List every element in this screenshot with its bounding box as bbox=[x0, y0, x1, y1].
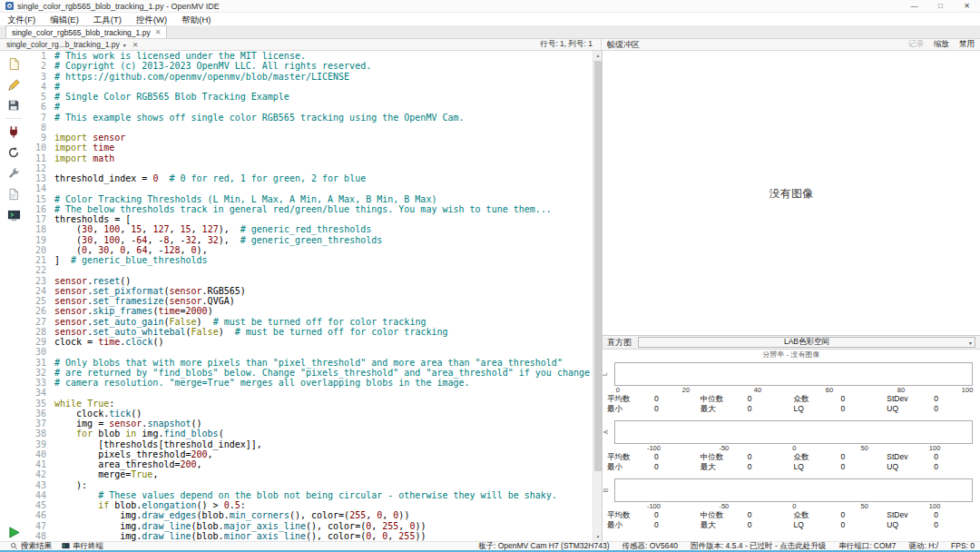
code-line: # Copyright (c) 2013-2023 OpenMV LLC. Al… bbox=[54, 61, 593, 71]
status-item: 板子: OpenMV Cam H7 (STM32H743) bbox=[478, 541, 610, 552]
document-tab[interactable]: single_color_rgb565_blob_tracking_1.py✕ bbox=[5, 25, 167, 38]
histogram-channel: B-100-50050100平均数0中位数0众数0StDev0最小0最大0LQ0… bbox=[603, 478, 980, 530]
line-number: 18 bbox=[27, 224, 46, 234]
line-number: 23 bbox=[27, 276, 46, 286]
search-results-label: 搜索结果 bbox=[21, 541, 52, 552]
menu-item[interactable]: 编辑(E) bbox=[43, 13, 86, 26]
colorspace-select[interactable]: LAB色彩空间 ▾ bbox=[638, 337, 975, 348]
line-number: 16 bbox=[27, 204, 46, 214]
code-line: import sensor bbox=[54, 133, 593, 143]
statusbar: 搜索结果 串行终端 板子: OpenMV Cam H7 (STM32H743)传… bbox=[0, 541, 980, 552]
line-number: 44 bbox=[27, 490, 46, 500]
tab-close-icon[interactable]: ✕ bbox=[155, 28, 162, 36]
menu-item[interactable]: 帮助(H) bbox=[174, 13, 218, 26]
axis-tick-label: 80 bbox=[897, 386, 905, 394]
stat-label: 中位数 bbox=[701, 510, 724, 519]
start-script-button[interactable] bbox=[7, 526, 21, 539]
code-line: area_threshold=200, bbox=[54, 459, 593, 469]
chevron-down-icon: ▾ bbox=[123, 42, 126, 48]
code-line: sensor.set_auto_whitebal(False) # must b… bbox=[54, 327, 593, 337]
framebuffer-header: 帧缓冲区 记录缩放禁用 bbox=[602, 39, 980, 50]
stat-value: 0 bbox=[841, 520, 846, 530]
serial-terminal-icon[interactable] bbox=[4, 205, 24, 225]
close-button[interactable]: ✕ bbox=[954, 0, 980, 12]
search-results-button[interactable]: 搜索结果 bbox=[10, 541, 52, 552]
line-number: 45 bbox=[27, 500, 46, 510]
stat-value: 0 bbox=[748, 404, 752, 414]
maximize-button[interactable]: □ bbox=[927, 0, 954, 12]
minimize-button[interactable]: — bbox=[901, 0, 927, 12]
axis-tick-label: 100 bbox=[929, 502, 941, 510]
code-editor[interactable]: 1234567891011121314151617181920212223242… bbox=[27, 51, 593, 541]
line-number: 9 bbox=[27, 133, 46, 143]
axis-tick-label: -50 bbox=[719, 502, 729, 510]
stat-label: LQ bbox=[794, 462, 804, 471]
line-number: 30 bbox=[27, 347, 46, 357]
menu-item[interactable]: 工具(T) bbox=[86, 13, 129, 26]
stat-cell: 最大0 bbox=[701, 404, 794, 414]
editor-scrollbar[interactable]: ▲ ▼ bbox=[593, 51, 602, 541]
firmware-version-link[interactable]: 固件版本: 4.5.4 - 已过时 - 点击此处升级 bbox=[691, 541, 826, 552]
code-line: sensor.reset() bbox=[54, 276, 593, 286]
stat-label: StDev bbox=[887, 394, 907, 403]
scrollbar-thumb[interactable] bbox=[594, 61, 602, 471]
stat-label: UQ bbox=[887, 520, 898, 529]
status-item: 传感器: OV5640 bbox=[622, 541, 677, 552]
open-document-selector[interactable]: single_color_rg...b_tracking_1.py ▾ ✕ bbox=[0, 40, 138, 49]
close-document-icon[interactable]: ✕ bbox=[132, 41, 139, 49]
new-file-icon[interactable] bbox=[4, 54, 24, 74]
line-number: 21 bbox=[27, 255, 46, 265]
connect-icon[interactable] bbox=[4, 122, 24, 142]
zoom-button[interactable]: 缩放 bbox=[934, 39, 949, 50]
axis-tick-label: 50 bbox=[861, 502, 868, 510]
menu-item[interactable]: 控件(W) bbox=[129, 13, 174, 26]
line-number: 3 bbox=[27, 72, 46, 82]
axis-tick-label: 40 bbox=[754, 386, 761, 394]
stat-label: 众数 bbox=[794, 510, 809, 519]
documentation-icon[interactable] bbox=[4, 184, 24, 204]
subheader: single_color_rg...b_tracking_1.py ▾ ✕ 行号… bbox=[0, 39, 980, 51]
line-number: 38 bbox=[27, 429, 46, 439]
tabbar: single_color_rgb565_blob_tracking_1.py✕ bbox=[0, 26, 980, 39]
axis-tick-label: -100 bbox=[647, 502, 661, 510]
stat-value: 0 bbox=[934, 404, 938, 414]
stat-label: 众数 bbox=[794, 452, 809, 461]
histogram-title: 直方图 bbox=[607, 337, 632, 349]
tools-icon[interactable] bbox=[4, 163, 24, 183]
line-number: 32 bbox=[27, 368, 46, 378]
open-file-icon[interactable] bbox=[4, 74, 24, 94]
stat-label: UQ bbox=[887, 404, 898, 413]
line-number: 12 bbox=[27, 163, 46, 173]
stat-label: 平均数 bbox=[607, 452, 631, 461]
axis-tick-label: 100 bbox=[929, 444, 941, 452]
disable-button[interactable]: 禁用 bbox=[959, 39, 975, 50]
menu-item[interactable]: 文件(F) bbox=[0, 13, 43, 26]
histogram-channels: L020406080100平均数0中位数0众数0StDev0最小0最大0LQ0U… bbox=[603, 360, 980, 530]
save-file-icon[interactable] bbox=[4, 95, 24, 115]
line-number: 15 bbox=[27, 194, 46, 204]
stat-cell: LQ0 bbox=[794, 404, 887, 414]
code-line bbox=[54, 347, 593, 357]
stat-cell: 中位数0 bbox=[701, 510, 794, 520]
code-line bbox=[54, 163, 593, 173]
line-number: 37 bbox=[27, 419, 46, 429]
stat-label: 最大 bbox=[701, 404, 716, 413]
line-number: 22 bbox=[27, 265, 46, 275]
serial-terminal-button[interactable]: 串行终端 bbox=[62, 541, 103, 552]
line-number: 35 bbox=[27, 399, 46, 409]
code-area[interactable]: # This work is licensed under the MIT li… bbox=[51, 51, 593, 541]
stat-label: StDev bbox=[887, 510, 907, 519]
code-line: import math bbox=[54, 153, 593, 163]
line-number: 48 bbox=[27, 531, 46, 541]
stat-value: 0 bbox=[841, 452, 846, 462]
stat-value: 0 bbox=[841, 462, 846, 472]
reset-icon[interactable] bbox=[4, 143, 24, 163]
stat-label: LQ bbox=[794, 520, 804, 529]
search-icon bbox=[10, 542, 18, 550]
menubar: 文件(F)编辑(E)工具(T)控件(W)帮助(H) bbox=[0, 13, 980, 26]
code-line: # https://github.com/openmv/openmv/blob/… bbox=[54, 72, 593, 82]
histogram-plot bbox=[614, 478, 973, 502]
stat-value: 0 bbox=[654, 404, 659, 414]
code-line: # camera resolution. "merge=True" merges… bbox=[54, 378, 593, 388]
stat-cell: 众数0 bbox=[794, 394, 887, 404]
